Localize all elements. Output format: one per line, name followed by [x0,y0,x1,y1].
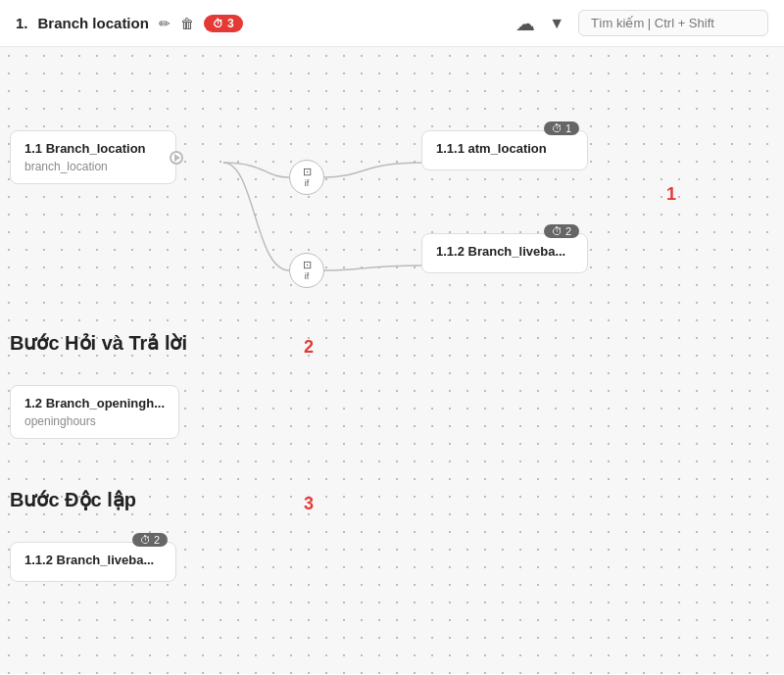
node-1-2[interactable]: 1.2 Branch_openingh... openinghours [10,385,179,439]
section-buoc-hoi-number: 2 [304,337,314,358]
canvas: Bước Hỏi và Trả lời 2 Bước Độc lập 3 1.1… [0,47,784,674]
badge: ⏱ 3 [204,15,243,32]
node-1-1-sub: branch_location [24,160,162,173]
if-gate-1: ⊡ if [289,160,324,195]
section-buoc-hoi-label: Bước Hỏi và Trả lời [10,331,187,355]
node-1-1-2-bottom[interactable]: ⏱ 2 1.1.2 Branch_liveba... [10,542,176,582]
node-1-1-1-badge-icon: ⏱ [552,122,563,134]
if-gate-1-label: if [305,178,310,189]
cloud-icon[interactable]: ☁ [515,12,535,35]
node-1-2-title: 1.2 Branch_openingh... [24,396,165,410]
if-gate-2: ⊡ if [289,253,324,288]
dropdown-button[interactable]: ▼ [545,13,568,34]
node-1-1-2-top-badge: ⏱ 2 [544,224,579,238]
edit-icon[interactable]: ✏ [159,16,171,31]
node-1-2-sub: openinghours [24,414,165,428]
delete-icon[interactable]: 🗑 [180,16,194,31]
section-buoc-doc-lap-label: Bước Độc lập [10,488,136,511]
node-1-1-1-title: 1.1.1 atm_location [436,141,573,156]
if-gate-2-icon: ⊡ [303,259,312,271]
node-1-1-2-top-badge-count: 2 [565,225,571,237]
node-1-1-title: 1.1 Branch_location [24,141,162,156]
badge-clock-icon: ⏱ [213,18,223,29]
section-buoc-doc-lap-number: 3 [304,494,314,514]
if-gate-1-icon: ⊡ [303,166,312,178]
badge-count: 3 [227,17,234,30]
header: 1. Branch location ✏ 🗑 ⏱ 3 ☁ ▼ [0,0,784,47]
node-1-1-1[interactable]: ⏱ 1 1.1.1 atm_location [421,130,588,170]
node-1-1-2-bottom-badge-icon: ⏱ [140,534,151,546]
search-input[interactable] [578,10,768,36]
section-num-1: 1 [666,184,676,205]
node-1-1-2-bottom-badge-count: 2 [154,534,160,546]
if-gate-2-label: if [305,271,310,282]
step-number: 1. [16,15,28,31]
node-1-1[interactable]: 1.1 Branch_location branch_location [10,130,176,184]
node-1-1-connector [170,151,183,165]
node-1-1-2-top-badge-icon: ⏱ [552,225,563,237]
page-title: Branch location [38,15,149,31]
node-1-1-2-bottom-badge: ⏱ 2 [132,533,168,547]
node-1-1-2-bottom-title: 1.1.2 Branch_liveba... [24,553,162,567]
node-1-1-2-top[interactable]: ⏱ 2 1.1.2 Branch_liveba... [421,233,588,273]
node-1-1-2-top-title: 1.1.2 Branch_liveba... [436,244,573,259]
node-1-1-1-badge: ⏱ 1 [544,121,579,135]
node-1-1-1-badge-count: 1 [565,122,571,134]
